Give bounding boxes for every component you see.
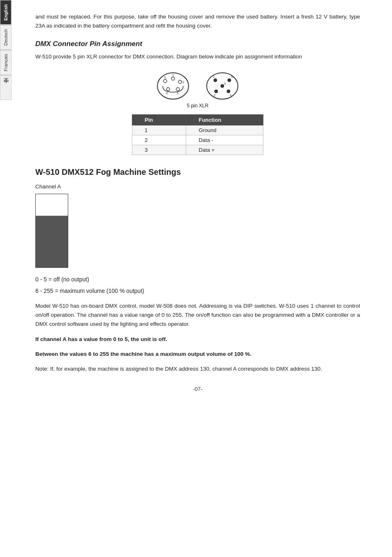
xlr-female-connector: 1 5 3 2 4 — [204, 70, 241, 100]
bold-text-2: Between the values 6 to 255 the machine … — [35, 350, 360, 359]
svg-text:2: 2 — [214, 93, 216, 97]
svg-text:4: 4 — [230, 93, 232, 97]
svg-text:4: 4 — [166, 91, 168, 95]
connector-diagram: 5 2 3 4 1 1 — [35, 70, 360, 112]
bold-text-1: If channel A has a value from 0 to 5, th… — [35, 335, 360, 344]
table-row: 2Data - — [132, 135, 263, 145]
pin-cell: 1 — [132, 125, 186, 135]
svg-text:3: 3 — [224, 82, 226, 86]
function-cell: Data + — [186, 145, 263, 155]
svg-point-3 — [171, 77, 175, 80]
channel-chart — [35, 194, 360, 268]
function-cell: Ground — [186, 125, 263, 135]
pin-cell: 2 — [132, 135, 186, 145]
tab-francais[interactable]: Français — [0, 50, 12, 75]
svg-text:5: 5 — [231, 75, 233, 79]
svg-text:1: 1 — [172, 73, 174, 77]
function-header: Function — [186, 114, 263, 125]
fog-machine-heading: W-510 DMX512 Fog Machine Settings — [35, 167, 360, 177]
dmx-heading: DMX Connector Pin Assignment — [35, 40, 360, 48]
svg-point-4 — [178, 80, 182, 84]
xlr-male-connector: 5 2 3 4 1 — [154, 70, 191, 100]
svg-text:1: 1 — [213, 75, 215, 79]
svg-point-20 — [227, 90, 230, 93]
tab-english[interactable]: English — [0, 0, 12, 25]
chart-on-bar — [36, 216, 68, 267]
svg-point-8 — [166, 88, 170, 91]
chart-box — [35, 194, 68, 268]
side-navigation: English Deutsch Français 中文 — [0, 0, 12, 557]
table-row: 3Data + — [132, 145, 263, 155]
svg-point-16 — [221, 84, 224, 88]
svg-point-18 — [214, 90, 218, 93]
pin-table-container: Pin Function 1Ground2Data -3Data + — [35, 114, 360, 155]
main-content: and must be replaced. For this purpose, … — [15, 0, 385, 408]
svg-point-12 — [214, 79, 217, 82]
dmx-subtext: W-510 provide 5 pin XLR connector for DM… — [35, 52, 360, 61]
function-cell: Data - — [186, 135, 263, 145]
pin-table: Pin Function 1Ground2Data -3Data + — [132, 114, 263, 155]
svg-point-1 — [164, 79, 167, 83]
tab-chinese[interactable]: 中文 — [0, 75, 12, 100]
intro-paragraph: and must be replaced. For this purpose, … — [35, 12, 360, 30]
note-text: Note: If, for example, the machine is as… — [35, 364, 360, 374]
pin-header: Pin — [132, 114, 186, 125]
tab-deutsch[interactable]: Deutsch — [0, 25, 12, 50]
chart-off-zone — [36, 194, 68, 216]
xlr-label: 5 pin XLR — [187, 103, 209, 109]
table-row: 1Ground — [132, 125, 263, 135]
svg-text:5: 5 — [164, 76, 166, 79]
svg-text:3: 3 — [177, 91, 179, 95]
connector-images: 5 2 3 4 1 1 — [154, 70, 241, 100]
body-text: Model W-510 has on-board DMX control, mo… — [35, 302, 360, 329]
svg-text:2: 2 — [182, 80, 184, 84]
pin-cell: 3 — [132, 145, 186, 155]
page-number: -07- — [35, 386, 360, 392]
svg-point-6 — [176, 88, 180, 91]
svg-point-14 — [228, 79, 231, 82]
range-6-255: 6 - 255 = maximum volume (100 % output) — [35, 288, 360, 294]
channel-label: Channel A — [35, 183, 360, 190]
range-0-5: 0 - 5 = off (no output) — [35, 276, 360, 283]
